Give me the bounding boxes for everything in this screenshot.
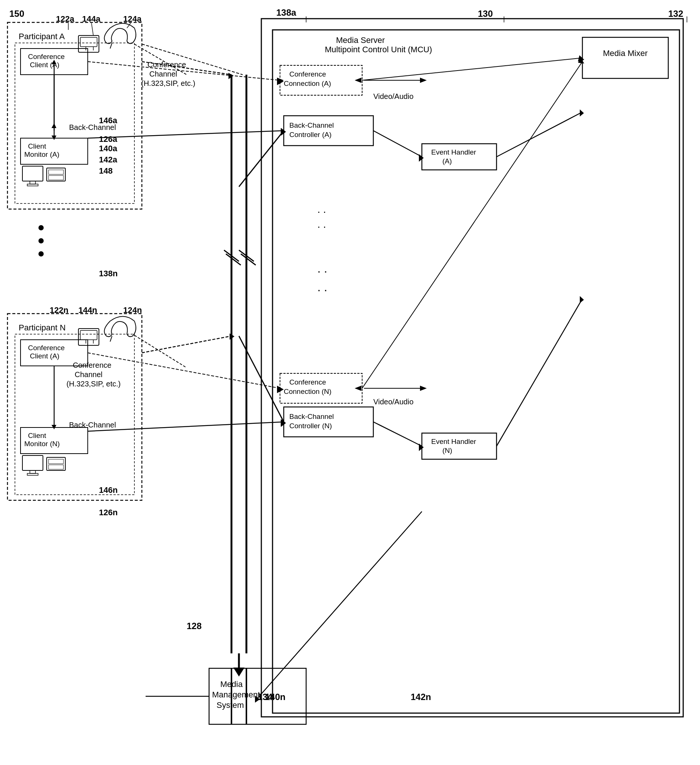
svg-marker-69 [420,386,427,391]
svg-rect-13 [8,313,142,500]
ref-150: 150 [9,9,24,19]
ref-126a: 126a [99,134,118,144]
dots-mcu: . . [317,203,326,215]
svg-line-65 [362,61,582,388]
svg-rect-9 [27,184,38,186]
back-channel-n-label: Back-Channel [69,421,116,429]
svg-rect-31 [80,37,97,47]
svg-line-61 [373,131,422,157]
svg-line-47 [226,254,241,265]
svg-marker-83 [580,109,584,116]
ref-140n: 140n [265,692,286,702]
svg-line-72 [373,422,422,446]
svg-rect-35 [79,329,99,345]
ref-124n: 124n [123,305,142,315]
conf-channel-a-label3: (H.323,SIP, etc.) [141,79,195,87]
svg-rect-21 [49,459,63,464]
svg-marker-85 [580,296,584,303]
back-channel-a-label: Back-Channel [69,123,116,131]
svg-rect-30 [79,35,99,52]
svg-marker-73 [419,444,424,451]
svg-point-100 [38,251,44,257]
svg-line-39 [110,336,112,342]
svg-line-70 [88,422,284,431]
svg-line-84 [497,299,582,446]
mcu-label: Media Server [336,35,385,45]
conf-channel-n-label3: (H.323,SIP, etc.) [66,380,121,388]
svg-rect-36 [80,331,97,340]
svg-rect-26 [422,433,497,459]
svg-marker-68 [355,386,362,391]
conf-client-n-label1: Conference [28,344,64,352]
cc-a-label1: Conference [289,70,326,78]
svg-line-41 [91,23,93,35]
client-monitor-n-label2: Monitor (N) [24,440,60,448]
diagram-container: Media Server Multipoint Control Unit (MC… [0,0,700,765]
cc-n-label2: Connection (N) [284,387,332,395]
ref-132: 132 [668,9,683,19]
svg-marker-62 [419,154,424,162]
svg-line-53 [362,58,582,80]
conf-channel-a-label2: Channel [149,70,177,78]
conf-client-a-label1: Conference [28,53,64,60]
svg-point-99 [38,238,44,243]
svg-rect-8 [30,181,35,184]
svg-line-34 [110,43,112,49]
ref-130: 130 [478,9,493,19]
client-monitor-n-label1: Client [28,431,46,439]
svg-rect-22 [49,465,63,469]
ref-146n: 146n [99,485,118,495]
dots-mcu2: . . [317,219,326,230]
participant-n-label: Participant N [19,323,66,332]
svg-line-89 [258,512,422,698]
conf-channel-n-label2: Channel [75,370,103,379]
svg-rect-11 [49,170,63,174]
eh-a-label1: Event Handler [431,148,477,156]
ref-138a: 138a [276,8,296,17]
svg-rect-18 [30,471,35,474]
ref-124a: 124a [123,14,142,24]
svg-rect-12 [49,175,63,180]
ref-140a: 140a [99,144,118,153]
cc-a-label2: Connection (A) [284,80,331,87]
svg-rect-7 [22,166,43,181]
ref-144n: 144n [79,305,97,315]
svg-line-82 [497,112,582,157]
ref-128: 128 [187,621,201,631]
video-audio-a-label: Video/Audio [373,92,414,101]
ref-142a: 142a [99,155,118,164]
eh-n-label1: Event Handler [431,438,477,445]
svg-rect-19 [27,474,38,475]
svg-rect-2 [582,37,668,79]
bcc-a-label2: Controller (A) [289,131,332,139]
participant-a-label: Participant A [19,32,65,41]
conf-channel-n-label1: Conference [73,361,111,369]
mms-label3: System [217,700,244,710]
ref-138n: 138n [99,269,118,278]
media-mixer-label: Media Mixer [603,49,648,58]
eh-a-label2: (A) [442,157,452,165]
client-monitor-a-label2: Monitor (A) [24,151,59,158]
ref-144a: 144a [82,14,101,24]
bcc-a-label1: Back-Channel [289,121,334,129]
cc-n-label1: Conference [289,378,326,386]
conf-client-n-label2: Client (A) [30,352,59,360]
eh-n-label2: (N) [442,447,452,454]
svg-line-48 [241,254,256,265]
bcc-n-label1: Back-Channel [289,412,334,420]
svg-rect-17 [22,455,43,471]
dots-bcc: . . [317,262,327,275]
svg-point-98 [38,225,44,230]
video-audio-n-label: Video/Audio [373,398,414,406]
ref-148: 148 [99,166,113,175]
mcu-label2: Multipoint Control Unit (MCU) [325,45,432,54]
bcc-n-label2: Controller (N) [289,422,332,430]
mms-label2: Management [212,690,260,699]
svg-rect-1 [272,30,680,713]
ref-142n: 142n [411,692,431,702]
svg-rect-25 [422,144,497,170]
ref-126n: 126n [99,508,118,517]
client-monitor-a-label1: Client [28,142,46,150]
svg-line-80 [142,336,231,353]
svg-marker-57 [420,78,427,83]
